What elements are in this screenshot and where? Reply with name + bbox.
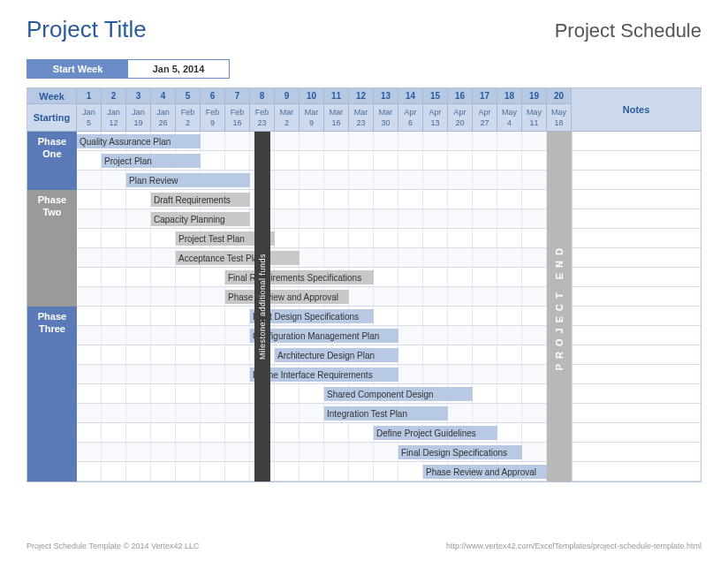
- cell[interactable]: [398, 151, 423, 170]
- cell[interactable]: [448, 151, 473, 170]
- cell[interactable]: [522, 443, 547, 461]
- cell[interactable]: [398, 326, 423, 345]
- gantt-bar[interactable]: Phase Review and Approval: [225, 290, 349, 304]
- cell[interactable]: [77, 151, 102, 170]
- notes-cell[interactable]: [572, 287, 701, 306]
- notes-cell[interactable]: [572, 268, 701, 286]
- cell[interactable]: [423, 171, 448, 189]
- cell[interactable]: [522, 229, 547, 247]
- notes-cell[interactable]: [572, 326, 701, 345]
- cell[interactable]: [225, 326, 250, 345]
- cell[interactable]: [374, 190, 398, 208]
- gantt-bar[interactable]: Define Project Guidelines: [374, 426, 497, 440]
- cell[interactable]: [448, 190, 473, 208]
- cell[interactable]: [522, 345, 547, 364]
- cell[interactable]: [349, 229, 374, 247]
- cell[interactable]: [473, 132, 497, 150]
- cell[interactable]: [423, 151, 448, 170]
- cell[interactable]: [201, 307, 225, 325]
- cell[interactable]: [225, 365, 250, 383]
- cell[interactable]: [349, 462, 374, 481]
- cell[interactable]: [126, 443, 151, 461]
- cell[interactable]: [374, 171, 398, 189]
- cell[interactable]: [176, 268, 201, 286]
- cell[interactable]: [324, 229, 349, 247]
- cell[interactable]: [473, 404, 497, 422]
- cell[interactable]: [448, 229, 473, 247]
- cell[interactable]: [398, 132, 423, 150]
- cell[interactable]: [398, 287, 423, 306]
- cell[interactable]: [398, 171, 423, 189]
- cell[interactable]: [102, 248, 126, 267]
- cell[interactable]: [151, 229, 176, 247]
- cell[interactable]: [77, 404, 102, 422]
- notes-cell[interactable]: [572, 307, 701, 325]
- cell[interactable]: [473, 287, 497, 306]
- cell[interactable]: [349, 287, 374, 306]
- cell[interactable]: [448, 287, 473, 306]
- notes-cell[interactable]: [572, 229, 701, 247]
- cell[interactable]: [349, 151, 374, 170]
- cell[interactable]: [473, 190, 497, 208]
- notes-cell[interactable]: [572, 151, 701, 170]
- cell[interactable]: [300, 248, 324, 267]
- cell[interactable]: [374, 229, 398, 247]
- cell[interactable]: [201, 132, 225, 150]
- cell[interactable]: [225, 345, 250, 364]
- cell[interactable]: [522, 423, 547, 442]
- cell[interactable]: [349, 209, 374, 228]
- cell[interactable]: [522, 209, 547, 228]
- cell[interactable]: [423, 190, 448, 208]
- cell[interactable]: [126, 384, 151, 403]
- cell[interactable]: [102, 404, 126, 422]
- cell[interactable]: [77, 326, 102, 345]
- cell[interactable]: [473, 209, 497, 228]
- cell[interactable]: [151, 248, 176, 267]
- cell[interactable]: [448, 404, 473, 422]
- cell[interactable]: [225, 423, 250, 442]
- cell[interactable]: [225, 132, 250, 150]
- cell[interactable]: [497, 132, 522, 150]
- cell[interactable]: [102, 423, 126, 442]
- cell[interactable]: [102, 462, 126, 481]
- cell[interactable]: [201, 345, 225, 364]
- notes-cell[interactable]: [572, 171, 701, 189]
- cell[interactable]: [77, 209, 102, 228]
- cell[interactable]: [77, 384, 102, 403]
- cell[interactable]: [324, 171, 349, 189]
- cell[interactable]: [497, 287, 522, 306]
- cell[interactable]: [176, 287, 201, 306]
- cell[interactable]: [349, 443, 374, 461]
- cell[interactable]: [423, 229, 448, 247]
- cell[interactable]: [151, 404, 176, 422]
- cell[interactable]: [473, 151, 497, 170]
- gantt-bar[interactable]: Draft Requirements: [151, 193, 250, 207]
- cell[interactable]: [126, 307, 151, 325]
- cell[interactable]: [473, 384, 497, 403]
- cell[interactable]: [448, 209, 473, 228]
- cell[interactable]: [497, 229, 522, 247]
- cell[interactable]: [423, 132, 448, 150]
- cell[interactable]: [151, 287, 176, 306]
- gantt-bar[interactable]: Capacity Planning: [151, 212, 250, 226]
- cell[interactable]: [497, 171, 522, 189]
- cell[interactable]: [151, 268, 176, 286]
- cell[interactable]: [398, 248, 423, 267]
- cell[interactable]: [126, 229, 151, 247]
- cell[interactable]: [225, 443, 250, 461]
- cell[interactable]: [423, 287, 448, 306]
- cell[interactable]: [497, 326, 522, 345]
- cell[interactable]: [102, 365, 126, 383]
- cell[interactable]: [349, 132, 374, 150]
- cell[interactable]: [151, 443, 176, 461]
- cell[interactable]: [102, 307, 126, 325]
- cell[interactable]: [77, 462, 102, 481]
- cell[interactable]: [201, 443, 225, 461]
- cell[interactable]: [300, 384, 324, 403]
- cell[interactable]: [275, 209, 300, 228]
- notes-cell[interactable]: [572, 462, 701, 481]
- cell[interactable]: [423, 307, 448, 325]
- gantt-bar[interactable]: Architecture Design Plan: [275, 348, 398, 362]
- cell[interactable]: [77, 287, 102, 306]
- cell[interactable]: [126, 462, 151, 481]
